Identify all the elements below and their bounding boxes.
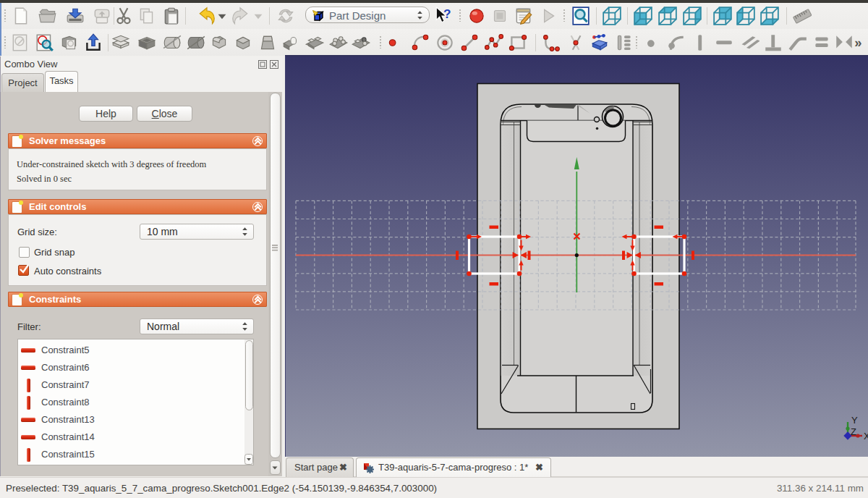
svg-text:?: ? — [443, 7, 451, 21]
svg-text:Y: Y — [851, 415, 858, 426]
svg-text:Z: Z — [851, 426, 856, 437]
svg-text:»: » — [854, 35, 861, 50]
svg-text:X: X — [864, 431, 868, 442]
